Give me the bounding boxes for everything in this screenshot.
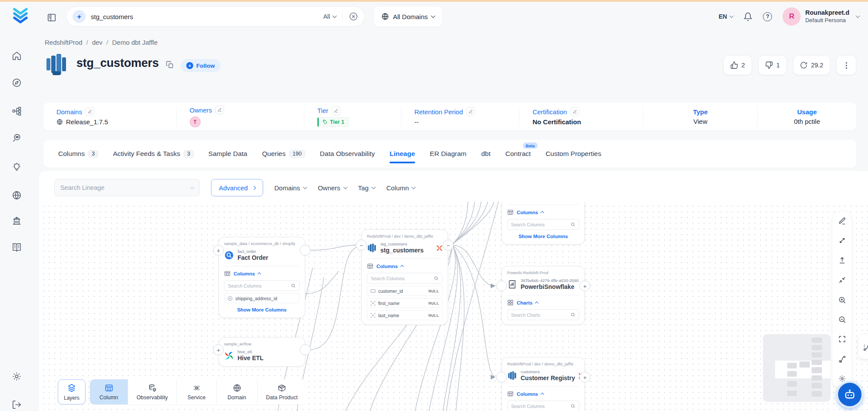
advanced-filter-button[interactable]: Advanced	[211, 179, 263, 196]
breadcrumb-schema[interactable]: Demo dbt Jaffle	[112, 39, 158, 46]
filter-column-dropdown[interactable]: Column	[386, 184, 416, 192]
layer-domain-button[interactable]: Domain	[217, 379, 257, 404]
node-columns-section[interactable]: Columns	[224, 266, 300, 277]
tab-dbt[interactable]: dbt	[481, 150, 491, 158]
logout-icon[interactable]	[12, 400, 22, 410]
lineage-node-partial[interactable]: Columns Show More Columns	[502, 202, 585, 245]
expand-downstream-port[interactable]: +	[580, 281, 591, 292]
clear-search-icon[interactable]	[349, 12, 358, 21]
tab-activity-feeds[interactable]: Activity Feeds & Tasks3	[113, 150, 194, 158]
node-column-search[interactable]	[224, 280, 300, 291]
explore-compass-icon[interactable]	[12, 78, 22, 88]
node-search-input[interactable]	[511, 312, 571, 318]
downvote-button[interactable]: 1	[758, 55, 787, 75]
node-search-input[interactable]	[511, 404, 571, 409]
help-icon[interactable]: ?	[763, 12, 772, 21]
edit-lineage-icon[interactable]	[838, 217, 846, 225]
node-column-search[interactable]	[507, 401, 579, 411]
data-assets-hierarchy-icon[interactable]	[12, 106, 22, 116]
discovery-search-icon[interactable]	[12, 133, 22, 143]
tab-er-diagram[interactable]: ER Diagram	[430, 150, 466, 158]
home-icon[interactable]	[12, 51, 22, 61]
lineage-canvas[interactable]: Columns Show More Columns sample_data / …	[39, 202, 868, 411]
column-row[interactable]: shipping_address_id	[224, 293, 300, 303]
node-columns-section[interactable]: Columns	[367, 259, 442, 269]
search-input[interactable]	[91, 13, 323, 20]
layers-button[interactable]: Layers	[58, 379, 86, 404]
filter-domains-dropdown[interactable]: Domains	[274, 184, 307, 192]
layer-service-button[interactable]: Service	[177, 379, 217, 404]
app-logo[interactable]	[10, 6, 30, 26]
notifications-bell-icon[interactable]	[743, 12, 752, 21]
layer-data-product-button[interactable]: Data Product	[257, 379, 306, 404]
edit-certification-icon[interactable]	[571, 107, 579, 116]
domains-globe-icon[interactable]	[12, 190, 22, 200]
lineage-search-input[interactable]	[60, 184, 191, 191]
tier-badge[interactable]: Tier 1	[317, 117, 349, 127]
node-search-input[interactable]	[371, 276, 434, 281]
remove-node-icon[interactable]	[436, 245, 442, 251]
breadcrumb-service[interactable]: RedshiftProd	[45, 39, 83, 46]
sidebar-toggle-icon[interactable]	[47, 13, 56, 22]
all-domains-dropdown[interactable]: All Domains	[374, 7, 442, 27]
lineage-node-fact-order[interactable]: sample_data / ecommerce_db / shopify fac…	[218, 237, 305, 318]
language-dropdown[interactable]: EN	[719, 13, 733, 20]
tab-contract[interactable]: ContractBeta	[505, 150, 531, 158]
expand-upstream-port[interactable]: +	[213, 245, 224, 256]
column-row[interactable]: customer_id NULL	[367, 286, 442, 296]
chatbot-button[interactable]	[836, 381, 863, 408]
govern-bank-icon[interactable]	[12, 215, 22, 225]
settings-gear-icon[interactable]	[12, 371, 22, 381]
user-menu[interactable]: R Rounakpreet.d Default Persona	[782, 7, 859, 26]
collapse-view-icon[interactable]	[838, 276, 846, 284]
fullscreen-icon[interactable]	[838, 335, 846, 343]
search-scope-dropdown[interactable]: All	[323, 13, 336, 20]
breadcrumb-database[interactable]: dev	[92, 39, 102, 46]
column-row[interactable]: last_name NULL	[367, 310, 442, 320]
layer-observability-button[interactable]: Observability	[128, 379, 177, 404]
tab-queries[interactable]: Queries190	[262, 150, 305, 158]
collapse-downstream-port[interactable]: −	[443, 240, 454, 251]
node-search-input[interactable]	[228, 283, 291, 288]
zoom-out-icon[interactable]	[838, 315, 846, 324]
edge-port[interactable]	[496, 372, 507, 383]
show-more-columns-link[interactable]: Show More Columns	[507, 234, 579, 239]
more-actions-button[interactable]: ⋮	[836, 55, 856, 75]
domains-value[interactable]: Release_1.7.5	[66, 118, 108, 126]
version-button[interactable]: 29.2	[793, 55, 830, 75]
layer-column-button[interactable]: Column	[90, 379, 128, 404]
insights-bulb-icon[interactable]	[12, 162, 22, 172]
edit-domains-icon[interactable]	[86, 107, 94, 116]
edit-owners-icon[interactable]	[215, 106, 224, 114]
resize-diagonal-icon[interactable]	[838, 236, 846, 245]
node-column-search[interactable]	[507, 219, 579, 230]
collapse-upstream-port[interactable]: −	[356, 240, 367, 251]
edit-retention-icon[interactable]	[466, 107, 475, 116]
node-column-search[interactable]	[367, 273, 442, 284]
tab-custom-properties[interactable]: Custom Properties	[545, 150, 601, 158]
glossary-book-icon[interactable]	[12, 242, 22, 252]
tab-sample-data[interactable]: Sample Data	[208, 150, 248, 158]
lineage-node-hive-etl[interactable]: sample_airflow hive_etl Hive ETL	[218, 337, 305, 367]
zoom-in-icon[interactable]	[838, 296, 846, 304]
follow-button[interactable]: + Follow	[181, 59, 221, 72]
node-columns-section[interactable]: Columns	[507, 386, 579, 397]
copy-link-icon[interactable]	[166, 61, 174, 69]
docked-panel-card[interactable]	[858, 335, 868, 359]
node-charts-section[interactable]: Charts	[507, 295, 579, 306]
export-icon[interactable]	[838, 256, 846, 265]
edge-port[interactable]	[496, 281, 507, 292]
filter-owners-dropdown[interactable]: Owners	[318, 184, 347, 192]
column-row[interactable]: first_name NULL	[367, 298, 442, 308]
lineage-node-stg-customers[interactable]: RedshiftProd / dev / demo_dbt_jaffle stg…	[361, 229, 448, 325]
upvote-button[interactable]: 2	[723, 55, 752, 75]
lineage-search[interactable]	[54, 179, 200, 196]
edge-port[interactable]	[300, 245, 311, 256]
expand-upstream-port[interactable]: +	[213, 345, 224, 355]
lineage-minimap[interactable]	[763, 334, 831, 402]
lineage-node-powerbi[interactable]: Powerbi-Redshift-Prod 397bebdc-4279-4ffe…	[502, 266, 585, 325]
tab-data-observability[interactable]: Data Observability	[320, 150, 375, 158]
node-columns-section[interactable]: Columns	[507, 205, 579, 215]
edit-tier-icon[interactable]	[332, 106, 340, 115]
owner-avatar[interactable]: T	[190, 116, 201, 127]
